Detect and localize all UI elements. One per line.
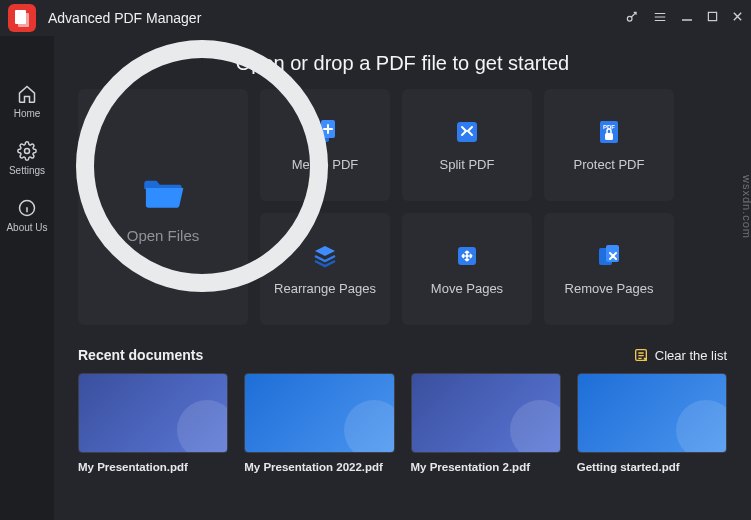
rearrange-pages-tile[interactable]: Rearrange Pages [260, 213, 390, 325]
layers-icon [312, 243, 338, 269]
merge-pdf-tile[interactable]: Merge PDF [260, 89, 390, 201]
home-icon [17, 84, 37, 104]
doc-name: My Presentation 2.pdf [411, 461, 561, 473]
sidebar-item-home[interactable]: Home [0, 84, 54, 119]
split-icon [454, 119, 480, 145]
move-icon [454, 243, 480, 269]
doc-thumbnail [244, 373, 394, 453]
sidebar-item-label: Home [14, 108, 41, 119]
doc-thumbnail [78, 373, 228, 453]
split-pdf-tile[interactable]: Split PDF [402, 89, 532, 201]
move-pages-tile[interactable]: Move Pages [402, 213, 532, 325]
maximize-button[interactable] [707, 10, 718, 27]
clear-list-button[interactable]: Clear the list [633, 347, 727, 363]
svg-rect-11 [605, 133, 613, 140]
recent-doc[interactable]: Getting started.pdf [577, 373, 727, 473]
page-heading: Open or drop a PDF file to get started [78, 52, 727, 75]
protect-pdf-tile[interactable]: PDF Protect PDF [544, 89, 674, 201]
recent-documents: My Presentation.pdf My Presentation 2022… [78, 373, 727, 473]
gear-icon [17, 141, 37, 161]
sidebar-item-about[interactable]: About Us [0, 198, 54, 233]
doc-thumbnail [411, 373, 561, 453]
recent-title: Recent documents [78, 347, 203, 363]
main-area: Open or drop a PDF file to get started O… [54, 36, 751, 520]
svg-rect-3 [708, 12, 716, 20]
svg-rect-8 [457, 122, 477, 142]
pdf-doc-icon [14, 9, 30, 27]
doc-name: My Presentation.pdf [78, 461, 228, 473]
recent-doc[interactable]: My Presentation.pdf [78, 373, 228, 473]
remove-pages-tile[interactable]: Remove Pages [544, 213, 674, 325]
actions-grid: Open Files Merge PDF Split PDF PDF Prote… [78, 89, 727, 325]
clear-list-label: Clear the list [655, 348, 727, 363]
lock-icon: PDF [596, 119, 622, 145]
tile-label: Rearrange Pages [274, 281, 376, 296]
doc-name: My Presentation 2022.pdf [244, 461, 394, 473]
recent-doc[interactable]: My Presentation 2.pdf [411, 373, 561, 473]
tile-label: Split PDF [440, 157, 495, 172]
close-button[interactable] [732, 10, 743, 27]
app-logo [8, 4, 36, 32]
open-files-tile[interactable]: Open Files [78, 89, 248, 325]
watermark: wsxdn.com [741, 175, 751, 239]
sidebar-item-label: Settings [9, 165, 45, 176]
remove-icon [596, 243, 622, 269]
tile-label: Move Pages [431, 281, 503, 296]
doc-thumbnail [577, 373, 727, 453]
sidebar-item-settings[interactable]: Settings [0, 141, 54, 176]
svg-rect-1 [18, 13, 29, 27]
minimize-button[interactable] [681, 10, 693, 27]
sidebar-item-label: About Us [6, 222, 47, 233]
tile-label: Open Files [127, 227, 200, 244]
titlebar: Advanced PDF Manager [0, 0, 751, 36]
tile-label: Merge PDF [292, 157, 358, 172]
svg-point-2 [627, 16, 632, 21]
tile-label: Remove Pages [565, 281, 654, 296]
info-icon [17, 198, 37, 218]
doc-name: Getting started.pdf [577, 461, 727, 473]
svg-rect-14 [606, 245, 619, 262]
folder-icon [141, 171, 185, 215]
menu-icon[interactable] [653, 10, 667, 27]
app-title: Advanced PDF Manager [48, 10, 625, 26]
tile-label: Protect PDF [574, 157, 645, 172]
svg-point-4 [25, 149, 30, 154]
sidebar: Home Settings About Us [0, 36, 54, 520]
merge-icon [312, 119, 338, 145]
clear-list-icon [633, 347, 649, 363]
recent-doc[interactable]: My Presentation 2022.pdf [244, 373, 394, 473]
key-icon[interactable] [625, 10, 639, 27]
